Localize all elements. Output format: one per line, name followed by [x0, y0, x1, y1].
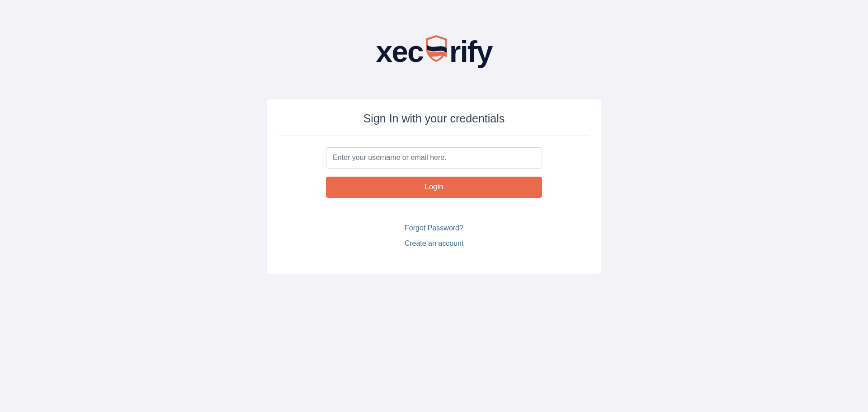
create-account-link[interactable]: Create an account — [405, 239, 464, 248]
forgot-password-link[interactable]: Forgot Password? — [405, 224, 463, 232]
signin-form: Login Forgot Password? Create an account — [278, 147, 590, 248]
shield-icon — [424, 35, 448, 63]
brand-text-left: xec — [376, 34, 423, 69]
brand-logo: xec rify — [376, 32, 492, 69]
username-input[interactable] — [326, 147, 542, 169]
auth-links: Forgot Password? Create an account — [405, 224, 464, 248]
signin-card: Sign In with your credentials Login Forg… — [267, 99, 601, 274]
brand-text-right: rify — [449, 34, 492, 69]
login-button[interactable]: Login — [326, 177, 542, 198]
card-heading: Sign In with your credentials — [278, 112, 590, 136]
